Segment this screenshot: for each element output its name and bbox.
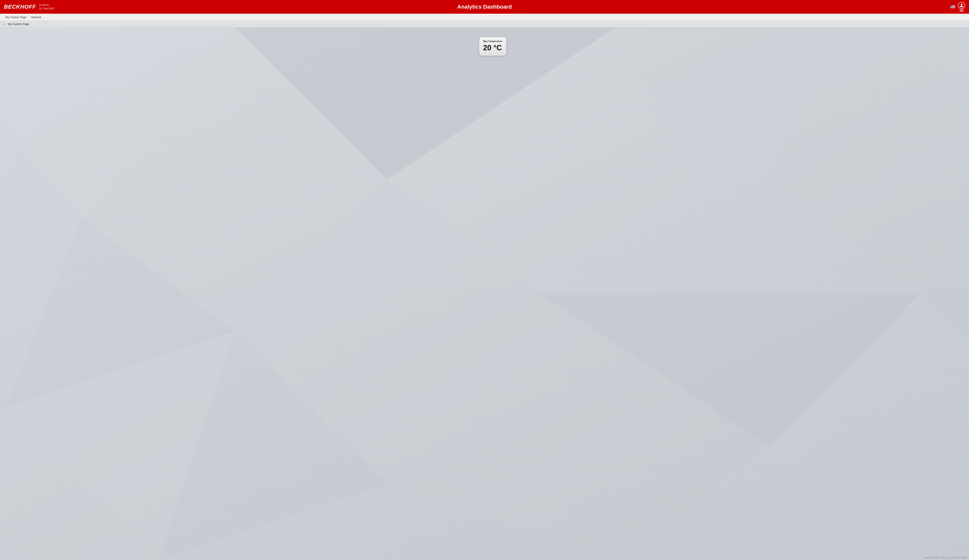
- person-icon: [959, 3, 964, 8]
- home-icon[interactable]: ⌂: [3, 22, 5, 26]
- user-menu-button[interactable]: [958, 2, 965, 12]
- temperature-widget-label: Max Temperature: [483, 40, 502, 43]
- header-right-section: 🇺🇸: [950, 2, 965, 12]
- breadcrumb: ⌂ › My Custom Page: [0, 21, 969, 27]
- beckhoff-logo: BECKHOFF: [4, 4, 36, 10]
- temperature-widget-value: 20 °C: [483, 44, 502, 52]
- time-display: 14:28:31: [39, 3, 54, 7]
- nav-item-network[interactable]: Network: [29, 14, 43, 20]
- language-flag-icon[interactable]: 🇺🇸: [950, 4, 955, 9]
- hamburger-icon: [960, 9, 964, 12]
- main-content-area: Max Temperature 20 °C: [0, 27, 969, 560]
- background-pattern: [0, 27, 969, 560]
- app-header: BECKHOFF 14:28:31 22. Feb 2023 Analytics…: [0, 0, 969, 14]
- logo-section: BECKHOFF 14:28:31 22. Feb 2023: [4, 3, 54, 10]
- date-display: 22. Feb 2023: [39, 7, 54, 10]
- temperature-widget: Max Temperature 20 °C: [479, 37, 506, 56]
- top-navbar: My Custom Page Network: [0, 14, 969, 21]
- user-avatar-icon: [958, 2, 965, 9]
- breadcrumb-current-page: My Custom Page: [8, 23, 29, 26]
- datetime-display: 14:28:31 22. Feb 2023: [39, 3, 54, 10]
- page-title: Analytics Dashboard: [457, 4, 512, 10]
- nav-item-my-custom-page[interactable]: My Custom Page: [3, 14, 29, 20]
- breadcrumb-separator: ›: [6, 23, 7, 25]
- footer-uuid: 3db95703-29fb-d99e-eb13-017b54677bb0: [924, 557, 966, 559]
